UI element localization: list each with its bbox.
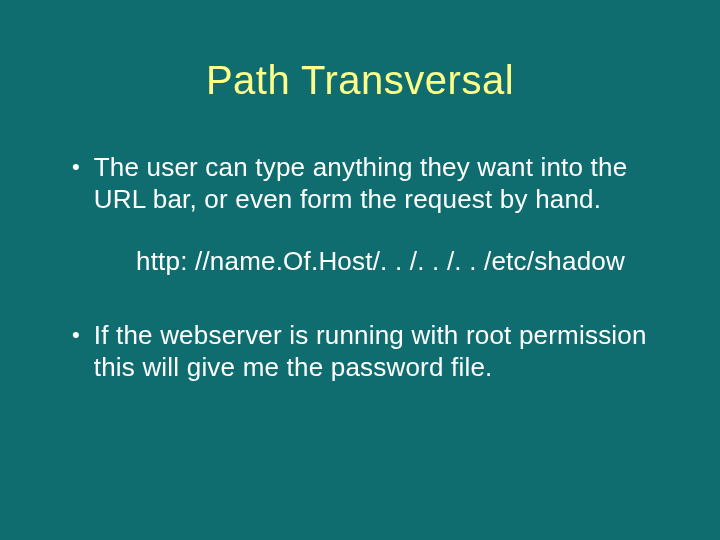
bullet-marker: • xyxy=(72,319,94,351)
slide-body: • The user can type anything they want i… xyxy=(0,121,720,383)
example-url: http: //name.Of.Host/. . /. . /. . /etc/… xyxy=(72,245,660,277)
bullet-item: • The user can type anything they want i… xyxy=(72,151,660,215)
bullet-marker: • xyxy=(72,151,94,183)
slide-container: Path Transversal • The user can type any… xyxy=(0,0,720,540)
slide-title: Path Transversal xyxy=(0,0,720,121)
bullet-item: • If the webserver is running with root … xyxy=(72,319,660,383)
bullet-text-1: The user can type anything they want int… xyxy=(94,151,660,215)
bullet-text-2: If the webserver is running with root pe… xyxy=(94,319,660,383)
